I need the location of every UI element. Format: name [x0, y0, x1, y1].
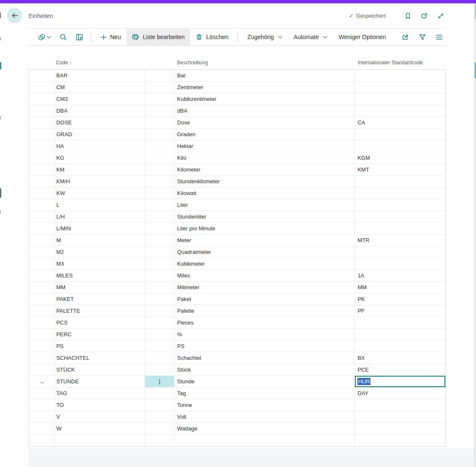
row-selector-cell[interactable] [29, 270, 55, 281]
row-options-cell[interactable] [145, 199, 175, 211]
description-cell[interactable]: dBA [175, 105, 355, 116]
stdcode-cell[interactable] [355, 246, 445, 258]
code-cell[interactable]: GRAD [55, 129, 145, 140]
row-selector-cell[interactable] [29, 388, 55, 399]
code-cell[interactable]: SCHACHTEL [55, 352, 145, 364]
table-row[interactable]: SCHACHTEL Schachtel BX [29, 352, 445, 364]
row-options-cell[interactable] [145, 364, 175, 375]
table-row[interactable]: TO Tonne [29, 399, 445, 411]
row-options-cell[interactable] [145, 164, 175, 175]
table-row[interactable]: KM Kilometer KMT [29, 164, 445, 176]
stdcode-cell[interactable] [355, 129, 445, 140]
row-selector-cell[interactable] [29, 176, 55, 187]
description-cell[interactable]: Hektar [175, 140, 355, 152]
table-row[interactable]: DOSE Dose CA [29, 117, 445, 129]
row-options-cell[interactable] [145, 235, 175, 246]
code-cell[interactable]: DOSE [55, 117, 145, 128]
row-selector-cell[interactable] [29, 152, 55, 164]
table-row[interactable]: DBA dBA [29, 105, 445, 117]
row-options-cell[interactable] [145, 117, 175, 128]
description-cell[interactable]: Schachtel [175, 352, 355, 364]
code-cell[interactable]: PCS [55, 317, 145, 328]
code-cell[interactable]: STUNDE [55, 376, 145, 387]
row-selector-cell[interactable] [29, 282, 55, 293]
table-row[interactable]: MM Milimeter MM [29, 282, 445, 293]
code-cell[interactable]: BAR [55, 70, 145, 81]
row-options-cell[interactable] [145, 105, 175, 116]
row-selector-cell[interactable] [29, 235, 55, 246]
table-row[interactable]: L/MIN Liter pro Minute [29, 223, 445, 235]
description-cell[interactable]: Liter [175, 199, 355, 211]
stdcode-cell[interactable] [355, 399, 445, 411]
code-cell[interactable]: V [55, 411, 145, 422]
row-selector-cell[interactable] [29, 223, 55, 234]
code-cell[interactable]: KW [55, 187, 145, 199]
stdcode-cell[interactable] [355, 340, 445, 352]
description-cell[interactable]: Paket [175, 293, 355, 305]
row-options-cell[interactable] [145, 223, 175, 234]
description-cell[interactable]: Kubikzentimeter [175, 93, 355, 105]
stdcode-cell[interactable] [355, 70, 445, 81]
row-selector-cell[interactable] [29, 364, 55, 375]
table-row[interactable]: L/H Stundenliter [29, 211, 445, 223]
code-cell[interactable]: M3 [55, 258, 145, 269]
row-options-cell[interactable] [145, 411, 175, 422]
table-row[interactable]: CM3 Kubikzentimeter [29, 93, 445, 105]
table-row[interactable]: GRAD Graden [29, 129, 445, 140]
code-cell[interactable]: M [55, 235, 145, 246]
code-cell[interactable]: L/MIN [55, 223, 145, 234]
row-selector-cell[interactable] [29, 246, 55, 258]
column-header-code[interactable]: Code↑ [56, 60, 71, 66]
stdcode-cell[interactable]: DAY [355, 388, 445, 399]
row-selector-cell[interactable] [29, 105, 55, 116]
stdcode-cell[interactable]: BX [355, 352, 445, 364]
description-cell[interactable]: Dose [175, 117, 355, 128]
description-cell[interactable]: Tonne [175, 399, 355, 411]
row-selector-cell[interactable] [29, 329, 55, 340]
table-row[interactable]: W Wattage [29, 423, 445, 435]
table-row[interactable]: CM Zentimeter [29, 82, 445, 93]
code-cell[interactable]: DBA [55, 105, 145, 116]
code-cell[interactable]: M2 [55, 246, 145, 258]
row-selector-cell[interactable] [29, 211, 55, 222]
row-selector-cell[interactable] [29, 117, 55, 128]
row-options-cell[interactable] [145, 211, 175, 222]
description-cell[interactable]: Stundenkilometer [175, 176, 355, 187]
stdcode-cell[interactable] [355, 176, 445, 187]
edit-list-button[interactable]: Liste bearbeiten [127, 29, 190, 45]
stdcode-cell[interactable] [355, 435, 445, 446]
row-options-cell[interactable]: ⋮ [145, 376, 175, 387]
description-cell[interactable]: Kilo [175, 152, 355, 164]
code-cell[interactable]: STÜCK [55, 364, 145, 375]
row-selector-cell[interactable]: → [29, 376, 55, 387]
stdcode-cell[interactable] [355, 423, 445, 434]
delete-button[interactable]: Löschen [190, 29, 234, 45]
stdcode-cell[interactable]: PCE [355, 364, 445, 375]
row-options-cell[interactable] [145, 423, 175, 434]
row-options-cell[interactable] [145, 282, 175, 293]
row-selector-cell[interactable] [29, 293, 55, 305]
table-row[interactable]: V Volt [29, 411, 445, 423]
table-row[interactable]: → STUNDE ⋮ Stunde HUR [29, 376, 445, 388]
row-selector-cell[interactable] [29, 399, 55, 411]
stdcode-cell[interactable] [355, 82, 445, 93]
table-row[interactable]: PAKET Paket PK [29, 293, 445, 305]
table-row[interactable]: TAG Tag DAY [29, 388, 445, 399]
row-options-cell[interactable] [145, 258, 175, 269]
row-options-cell[interactable] [145, 246, 175, 258]
stdcode-cell[interactable]: HUR [355, 376, 445, 387]
row-ellipsis-icon[interactable]: ⋮ [157, 379, 163, 385]
table-row[interactable]: BAR Bar [29, 70, 445, 82]
table-row[interactable]: KM/H Stundenkilometer [29, 176, 445, 187]
stdcode-cell[interactable]: KGM [355, 152, 445, 164]
row-selector-cell[interactable] [29, 435, 55, 446]
table-row[interactable]: PERC % [29, 329, 445, 340]
stdcode-cell[interactable] [355, 140, 445, 152]
row-options-cell[interactable] [145, 317, 175, 328]
description-cell[interactable]: Meter [175, 235, 355, 246]
code-cell[interactable]: PERC [55, 329, 145, 340]
row-selector-cell[interactable] [29, 340, 55, 352]
table-row[interactable]: PS PS [29, 340, 445, 352]
description-cell[interactable]: Stunde [175, 376, 355, 387]
row-selector-cell[interactable] [29, 352, 55, 364]
